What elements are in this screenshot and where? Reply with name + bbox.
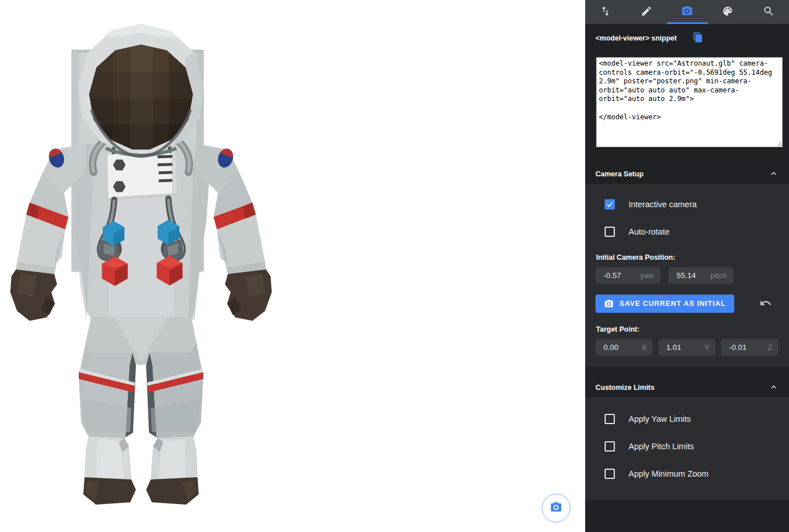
target-y-unit-label: Y [705, 343, 710, 352]
apply-minimum-zoom-label: Apply Minimum Zoom [629, 469, 709, 478]
undo-icon [759, 297, 772, 311]
interactive-camera-label: Interactive camera [629, 200, 697, 209]
search-icon [763, 5, 775, 19]
camera-icon [550, 501, 562, 515]
chevron-up-icon [768, 382, 779, 394]
snippet-title: <model-viewer> snippet [595, 34, 677, 42]
tab-inspector[interactable] [748, 0, 789, 24]
camera-settings-panel: <model-viewer> snippet <model-viewer src… [585, 0, 789, 532]
apply-yaw-limits-label: Apply Yaw Limits [629, 414, 691, 424]
camera-setup-title: Camera Setup [595, 170, 643, 178]
download-screenshot-button[interactable] [542, 494, 570, 522]
apply-minimum-zoom-row[interactable]: Apply Minimum Zoom [595, 460, 779, 487]
model-viewer-editor: <model-viewer> snippet <model-viewer src… [0, 0, 789, 532]
apply-yaw-limits-row[interactable]: Apply Yaw Limits [595, 405, 779, 433]
auto-rotate-row[interactable]: Auto-rotate [595, 218, 779, 245]
auto-rotate-label: Auto-rotate [629, 227, 670, 236]
pencil-icon [641, 5, 653, 19]
apply-minimum-zoom-checkbox[interactable] [605, 469, 615, 479]
yaw-field: yaw [595, 267, 661, 284]
apply-pitch-limits-label: Apply Pitch Limits [629, 442, 694, 451]
camera-setup-body: Interactive camera Auto-rotate Initial C… [585, 184, 789, 367]
tab-edit[interactable] [626, 0, 666, 24]
tab-file-controls[interactable] [585, 0, 626, 24]
tab-materials[interactable] [707, 0, 748, 24]
apply-pitch-limits-checkbox[interactable] [605, 441, 615, 452]
customize-limits-body: Apply Yaw Limits Apply Pitch Limits Appl… [585, 397, 789, 500]
copy-snippet-button[interactable] [693, 32, 703, 45]
panel-footer [585, 500, 789, 532]
pitch-input[interactable] [677, 271, 709, 280]
yaw-unit-label: yaw [640, 271, 654, 280]
panel-tabbar [585, 0, 789, 24]
initial-camera-position-label: Initial Camera Position: [596, 253, 779, 261]
copy-icon [693, 32, 703, 45]
apply-yaw-limits-checkbox[interactable] [605, 414, 615, 424]
interactive-camera-checkbox[interactable] [605, 199, 615, 209]
yaw-input[interactable] [603, 271, 635, 280]
apply-pitch-limits-row[interactable]: Apply Pitch Limits [595, 433, 779, 460]
target-z-input[interactable] [729, 343, 761, 352]
pitch-unit-label: pitch [710, 271, 727, 280]
camera-setup-header: Camera Setup [585, 164, 789, 184]
camera-setup-collapse-button[interactable] [767, 167, 780, 182]
reset-camera-button[interactable] [759, 297, 772, 311]
snippet-code-textarea[interactable]: <model-viewer src="Astronaut.glb" camera… [596, 57, 783, 147]
customize-limits-title: Customize Limits [595, 384, 655, 392]
camera-icon [681, 5, 693, 19]
model-viewport[interactable] [0, 0, 585, 532]
target-z-unit-label: Z [768, 343, 772, 352]
customize-limits-collapse-button[interactable] [767, 381, 780, 395]
target-point-label: Target Point: [596, 325, 779, 333]
palette-icon [722, 5, 734, 19]
pitch-field: pitch [669, 267, 734, 284]
tab-camera[interactable] [667, 0, 707, 24]
target-y-input[interactable] [666, 343, 698, 352]
target-x-unit-label: X [642, 343, 647, 352]
camera-icon [604, 299, 614, 309]
import-export-icon [599, 5, 611, 19]
target-x-field: X [595, 339, 653, 356]
interactive-camera-row[interactable]: Interactive camera [595, 191, 779, 218]
target-x-input[interactable] [603, 343, 635, 352]
target-y-field: Y [658, 339, 715, 356]
astronaut-model [0, 0, 280, 532]
chevron-up-icon [768, 168, 779, 180]
save-button-label: SAVE CURRENT AS INITIAL [619, 300, 726, 308]
customize-limits-header: Customize Limits [585, 378, 789, 397]
target-z-field: Z [721, 339, 778, 356]
auto-rotate-checkbox[interactable] [605, 227, 615, 237]
save-current-as-initial-button[interactable]: SAVE CURRENT AS INITIAL [595, 295, 734, 313]
